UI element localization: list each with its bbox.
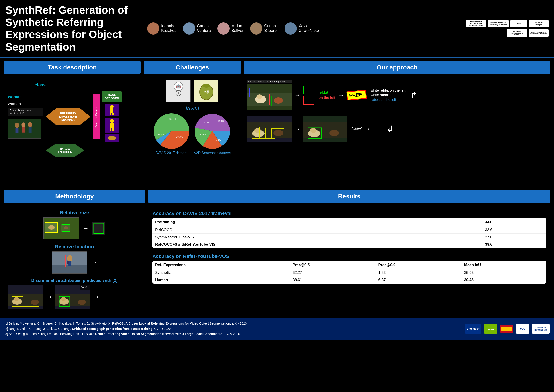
svg-text:12.7%: 12.7% xyxy=(202,121,208,124)
challenges-header: Challenges xyxy=(144,61,241,74)
results-table-1: Pretraining J&F RefCOCO 33.6 SynthRef-Yo… xyxy=(152,218,546,248)
section-headers-top: Task description Challenges Our approach xyxy=(0,58,554,76)
result-text-2: white rabbit xyxy=(371,93,406,97)
challenge-image-2: $$ xyxy=(194,80,219,102)
svg-point-62 xyxy=(67,255,72,261)
mask-output-2 xyxy=(104,118,119,133)
logo-ntua: National TechnicalUniversity of Athens xyxy=(488,20,509,28)
table2-row2-col1: Human xyxy=(152,276,290,284)
authors-section: IoannisKazakos CarlesVentura MiriamBellv… xyxy=(143,22,464,35)
author-3: MiriamBellver xyxy=(217,22,243,35)
svg-rect-4 xyxy=(22,127,25,133)
svg-rect-10 xyxy=(112,113,114,115)
results-header: Results xyxy=(148,190,550,203)
table2-row2-col3: 6.87 xyxy=(376,276,461,284)
footer-logo-generalitat: Generalitatde Catalunya xyxy=(532,324,550,334)
institution-logos: UNIVERSITATPOLITÈCNICADE CATALUNYA Natio… xyxy=(464,20,549,37)
obj-class-label: Object Class + GT bounding boxes xyxy=(247,80,292,83)
table2-header-meaniou: Mean IoU xyxy=(462,261,546,269)
scene-image xyxy=(8,119,41,139)
approach-arrow-4: → xyxy=(364,126,370,133)
table2-row-synthetic: Synthetic 32.27 1.82 35.02 xyxy=(152,269,546,276)
relative-location-row: → xyxy=(4,252,145,273)
svg-rect-12 xyxy=(110,123,114,128)
results-title-2: Accuracy on Refer-YouTube-VOS xyxy=(152,253,546,259)
svg-rect-2 xyxy=(15,128,19,133)
relative-size-row: → xyxy=(4,217,145,239)
bottom-content: Relative size → xyxy=(0,203,554,316)
svg-text:32.5%: 32.5% xyxy=(169,118,176,120)
scene-with-boxes-top xyxy=(247,84,292,110)
disc-attr-row: → 'white' → xyxy=(4,285,145,309)
corner-arrow-br: ↲ xyxy=(386,124,394,134)
table1-row-combined: RefCOCO+SynthRef-YouTube-VIS 38.6 xyxy=(152,241,546,248)
table1-row3-col2: 38.6 xyxy=(482,241,546,248)
svg-point-34 xyxy=(274,97,283,104)
scene-output-bottom xyxy=(303,116,347,142)
svg-point-58 xyxy=(64,226,68,230)
table1-header-pretraining: Pretraining xyxy=(152,218,482,226)
bbox-outputs xyxy=(303,86,314,105)
logo-iridis: Institut de Robòticai Informàtica Indust… xyxy=(528,29,549,37)
feature-fusion-bar: Feature Fusion xyxy=(93,94,100,139)
table2-row2-col2: 38.61 xyxy=(290,276,376,284)
logo-uoc: UOC xyxy=(510,20,527,28)
relative-size-arrow: → xyxy=(83,225,89,232)
svg-point-3 xyxy=(21,123,26,127)
mask-output-3 xyxy=(104,134,119,142)
table1-row2-col1: SynthRef-YouTube-VIS xyxy=(152,233,482,241)
approach-labels-bottom: 'white' xyxy=(352,127,361,131)
approach-text-results: white rabbit on the left white rabbit ra… xyxy=(371,89,406,102)
footer-logo-spain xyxy=(500,325,513,333)
mask-output-1 xyxy=(104,104,119,116)
footer-logo-erasmus: Erasmus+ xyxy=(465,324,481,334)
svg-point-57 xyxy=(48,225,55,230)
approach-arrow-2: → xyxy=(338,91,344,99)
relative-location-arrow: → xyxy=(91,259,97,266)
author-avatar-4 xyxy=(250,22,262,35)
svg-rect-6 xyxy=(28,127,32,133)
svg-text:17.9%: 17.9% xyxy=(215,139,221,141)
table1-row1-col1: RefCOCO xyxy=(152,226,482,233)
footer-references: [1] Bellver, M., Ventura, C., Silberer, … xyxy=(4,321,460,337)
table1-row1-col2: 33.6 xyxy=(482,226,546,233)
table1-row-synthref: SynthRef-YouTube-VIS 27.0 xyxy=(152,233,546,241)
author-avatar-5 xyxy=(284,22,297,35)
author-5: XavierGiro-i-Nieto xyxy=(284,22,319,35)
main-top-content: class woman woman "far right womanwhite … xyxy=(0,76,554,187)
woman-label-mid: woman xyxy=(8,102,43,106)
table1-row3-col1: RefCOCO+SynthRef-YouTube-VIS xyxy=(152,241,482,248)
svg-point-70 xyxy=(31,300,39,305)
relative-location-subtitle: Relative location xyxy=(4,244,145,250)
table2-row1-col3: 1.82 xyxy=(376,269,461,276)
svg-rect-14 xyxy=(112,128,114,131)
section-headers-bottom: Methodology Results xyxy=(0,187,554,203)
table2-row1-col1: Synthetic xyxy=(152,269,290,276)
challenges-panel: 🤖 1 $$ trivial xyxy=(144,78,241,187)
our-approach-panel: Object Class + GT bounding boxes xyxy=(244,78,550,187)
disc-attr-arrow1: → xyxy=(46,293,52,301)
author-name-2: CarlesVentura xyxy=(197,24,211,33)
free-badge: FREE! xyxy=(346,90,367,100)
approach-arrow-1: → xyxy=(294,91,300,99)
mask-decoder-box: MASKDECODER xyxy=(102,91,122,102)
pie-chart-a2d: 16.9% 17.9% 52.5% 12.7% xyxy=(194,113,230,149)
result-text-3: rabbit on the left xyxy=(371,98,406,102)
image-encoder-label: IMAGEENCODER xyxy=(58,147,72,154)
author-1: IoannisKazakos xyxy=(147,22,176,35)
svg-text:NVIDIA: NVIDIA xyxy=(487,328,493,330)
table2-header-prec05: Prec@0.5 xyxy=(290,261,376,269)
methodology-header: Methodology xyxy=(4,190,145,203)
svg-text:52.5%: 52.5% xyxy=(200,133,206,136)
svg-rect-8 xyxy=(110,108,113,113)
logo-upc: UNIVERSITATPOLITÈCNICADE CATALUNYA xyxy=(466,20,486,28)
author-name-1: IoannisKazakos xyxy=(161,24,176,33)
approach-labels-top: rabbit on the left xyxy=(319,90,335,100)
approach-header: Our approach xyxy=(244,61,550,74)
author-avatar-3 xyxy=(217,22,229,35)
ref-2: [2] Tang, K., Niu, Y., Huang, J., Shi, J… xyxy=(4,326,460,332)
author-2: CarlesVentura xyxy=(183,22,211,35)
svg-text:1: 1 xyxy=(178,91,179,94)
table2-header-prec09: Prec@0.9 xyxy=(376,261,461,269)
logo-bsc: BarcelonaSupercomputingCenter xyxy=(507,29,527,37)
